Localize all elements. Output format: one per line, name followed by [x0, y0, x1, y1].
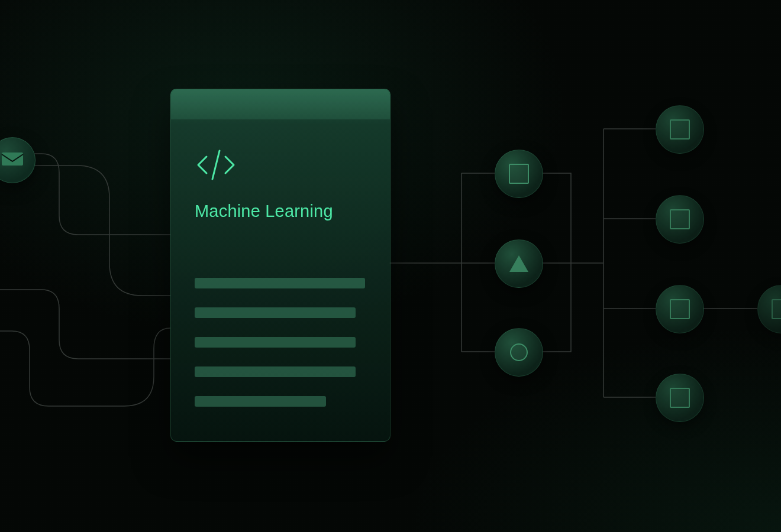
envelope-icon: [1, 150, 24, 170]
square-icon: [670, 388, 690, 408]
placeholder-text-lines: [195, 278, 366, 407]
triangle-icon: [509, 255, 528, 272]
text-line: [195, 307, 356, 318]
text-line: [195, 366, 356, 377]
square-icon: [670, 209, 690, 229]
right-node-square: [656, 374, 704, 422]
right-node-square: [656, 285, 704, 333]
right-node-square: [656, 195, 704, 244]
square-icon: [509, 164, 529, 184]
mid-node-triangle: [495, 239, 543, 288]
card-title: Machine Learning: [195, 202, 366, 221]
mid-node-square: [495, 150, 543, 198]
text-line: [195, 337, 356, 348]
code-icon: [195, 146, 366, 186]
text-line: [195, 396, 326, 407]
square-icon: [772, 299, 781, 319]
connector-wires: [0, 0, 781, 532]
mid-node-circle: [495, 328, 543, 377]
diagram-stage: Machine Learning: [0, 0, 781, 532]
text-line: [195, 278, 365, 288]
right-node-square: [656, 105, 704, 154]
square-icon: [670, 299, 690, 319]
circle-icon: [510, 343, 528, 361]
card-header: [171, 89, 390, 119]
svg-line-0: [212, 151, 220, 179]
square-icon: [670, 119, 690, 140]
ml-card: Machine Learning: [170, 89, 390, 442]
